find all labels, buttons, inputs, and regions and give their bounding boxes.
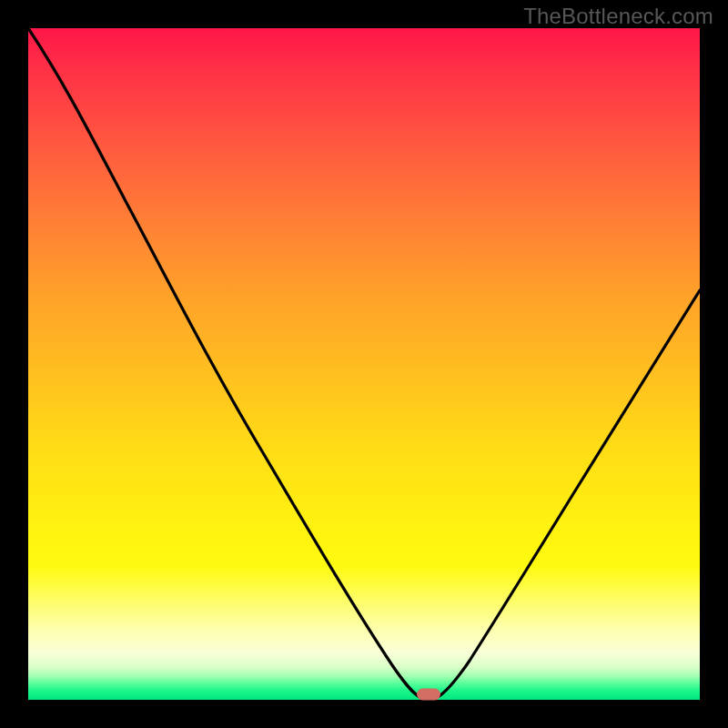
- curve-svg: [28, 28, 700, 700]
- curve-path: [28, 28, 700, 699]
- plot-area: [28, 28, 700, 700]
- chart-frame: TheBottleneck.com: [0, 0, 728, 728]
- minimum-marker: [417, 689, 440, 701]
- watermark-label: TheBottleneck.com: [523, 4, 713, 29]
